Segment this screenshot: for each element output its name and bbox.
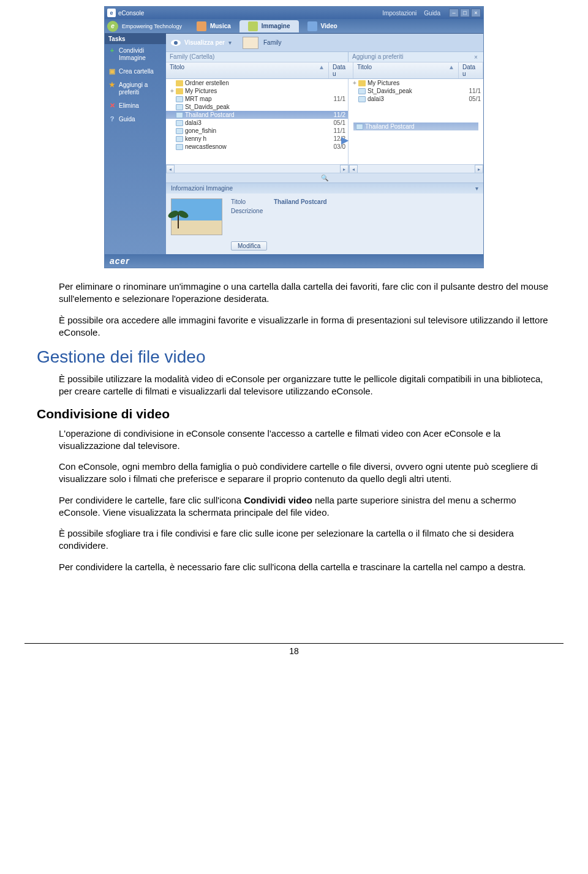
list-row[interactable]: MRT map11/1 [166, 95, 348, 103]
image-file-icon [176, 112, 183, 118]
plus-icon: + [108, 47, 116, 55]
eye-icon [171, 40, 181, 46]
row-date: 11/1 [325, 96, 345, 102]
sidebar-item-preferiti[interactable]: ★ Aggiungi a preferiti [105, 78, 166, 99]
list-row[interactable]: +My Pictures [166, 87, 348, 95]
acer-logo: acer [110, 256, 130, 266]
view-bar: Visualizza per ▾ Family [166, 34, 483, 52]
drag-ghost: Thailand Postcard [353, 122, 478, 130]
list-row[interactable]: newcastlesnow03/0 [166, 143, 348, 151]
app-title: eConsole [118, 10, 144, 17]
app-icon: e [107, 9, 116, 17]
sort-asc-icon: ▲ [448, 64, 454, 77]
family-thumb[interactable] [243, 37, 258, 49]
scroll-right-button[interactable]: ▸ [475, 165, 483, 173]
folder-icon [358, 80, 366, 86]
list-row[interactable]: dalai305/1 [166, 119, 348, 127]
scrollbar-track[interactable] [358, 165, 475, 173]
impostazioni-link[interactable]: Impostazioni [382, 10, 417, 17]
image-icon [248, 21, 258, 31]
heading-condivisione: Condivisione di video [37, 407, 551, 421]
minimize-button[interactable]: – [449, 9, 459, 17]
image-file-icon [176, 128, 183, 134]
row-name: St_Davids_peak [185, 104, 325, 110]
scroll-left-button[interactable]: ◂ [349, 165, 358, 173]
econsole-window: e eConsole Impostazioni Guida – □ × e Em… [104, 6, 484, 268]
sidebar: Tasks + Condividi Immagine ▣ Crea cartel… [105, 34, 166, 254]
row-date: 11/1 [460, 88, 481, 94]
list-row[interactable]: Thailand Postcard11/2 [166, 111, 348, 119]
image-file-icon [356, 124, 363, 130]
empowering-label: Empowering Technology [122, 23, 182, 29]
info-titolo-label: Titolo [231, 198, 274, 205]
sidebar-item-crea[interactable]: ▣ Crea cartella [105, 65, 166, 78]
row-name: kenny h [185, 135, 325, 142]
image-file-icon [176, 96, 183, 102]
collapse-arrow-icon[interactable]: ▾ [475, 185, 478, 192]
list-row[interactable]: dalai305/1 [349, 95, 483, 103]
col-data-right[interactable]: Data u [459, 62, 483, 78]
info-descr-label: Descrizione [231, 208, 274, 214]
row-name: St_Davids_peak [368, 88, 460, 94]
row-name: MRT map [185, 96, 325, 102]
list-row[interactable]: +My Pictures [349, 79, 483, 87]
page-number: 18 [0, 646, 588, 668]
sidebar-item-guida[interactable]: ? Guida [105, 113, 166, 126]
image-file-icon [176, 120, 183, 126]
video-icon [307, 21, 317, 31]
search-icon[interactable]: 🔍 [321, 175, 328, 181]
row-name: My Pictures [185, 88, 325, 94]
title-bar: e eConsole Impostazioni Guida – □ × [105, 7, 483, 19]
sidebar-item-elimina[interactable]: ✕ Elimina [105, 99, 166, 113]
row-name: gone_fishin [185, 127, 325, 134]
expand-toggle[interactable]: + [168, 88, 176, 94]
row-name: dalai3 [368, 96, 460, 102]
row-date: 05/1 [325, 119, 345, 126]
modifica-button[interactable]: Modifica [231, 241, 267, 251]
tab-video[interactable]: Video [299, 20, 346, 32]
list-row[interactable]: Ordner erstellen [166, 79, 348, 87]
scroll-right-button[interactable]: ▸ [340, 165, 349, 173]
row-date: 11/2 [325, 111, 345, 118]
sidebar-item-condividi[interactable]: + Condividi Immagine [105, 44, 166, 65]
info-thumbnail [171, 198, 222, 235]
maximize-button[interactable]: □ [460, 9, 470, 17]
move-right-arrow-icon[interactable]: ▶ [341, 134, 349, 146]
view-label: Visualizza per [184, 39, 225, 46]
empowering-icon: e [107, 21, 118, 32]
left-pane: Ordner erstellen+My PicturesMRT map11/1S… [166, 79, 349, 164]
info-titolo-value: Thailand Postcard [274, 198, 327, 205]
image-file-icon [176, 104, 183, 110]
scroll-left-button[interactable]: ◂ [166, 165, 175, 173]
list-row[interactable]: kenny h12/2 [166, 135, 348, 143]
col-titolo-left[interactable]: Titolo [170, 64, 184, 77]
list-row[interactable]: St_Davids_peak [166, 103, 348, 111]
list-row[interactable]: St_Davids_peak11/1 [349, 87, 483, 95]
right-pane: +My PicturesSt_Davids_peak11/1dalai305/1… [349, 79, 483, 164]
folder-icon [176, 80, 183, 86]
paragraph: Per condividere le cartelle, fare clic s… [59, 494, 551, 519]
breadcrumb-right: Aggiungi a preferiti [352, 53, 403, 61]
col-data-left[interactable]: Data u [329, 62, 353, 78]
breadcrumb-left: Family (Cartella) [166, 52, 349, 62]
scrollbar-track[interactable] [175, 165, 340, 173]
col-titolo-right[interactable]: Titolo [357, 64, 372, 77]
folder-icon [176, 88, 183, 94]
guida-link[interactable]: Guida [424, 10, 440, 17]
paragraph: L'operazione di condivisione in eConsole… [59, 428, 551, 453]
info-header-label: Informazioni Immagine [171, 185, 233, 192]
dropdown-arrow-icon[interactable]: ▾ [228, 39, 232, 46]
paragraph: Per condividere la cartella, è necessari… [59, 561, 551, 573]
delete-icon: ✕ [108, 102, 116, 110]
footer-separator [24, 643, 564, 644]
logo-bar: acer [105, 254, 483, 268]
close-button[interactable]: × [471, 9, 481, 17]
tab-musica[interactable]: Musica [188, 20, 239, 32]
image-file-icon [358, 96, 366, 102]
music-icon [197, 21, 206, 31]
close-favorites-icon[interactable]: × [472, 53, 480, 61]
expand-toggle[interactable]: + [351, 80, 358, 86]
search-row: 🔍 [166, 173, 483, 183]
list-row[interactable]: gone_fishin11/1 [166, 127, 348, 135]
tab-immagine[interactable]: Immagine [239, 20, 299, 32]
